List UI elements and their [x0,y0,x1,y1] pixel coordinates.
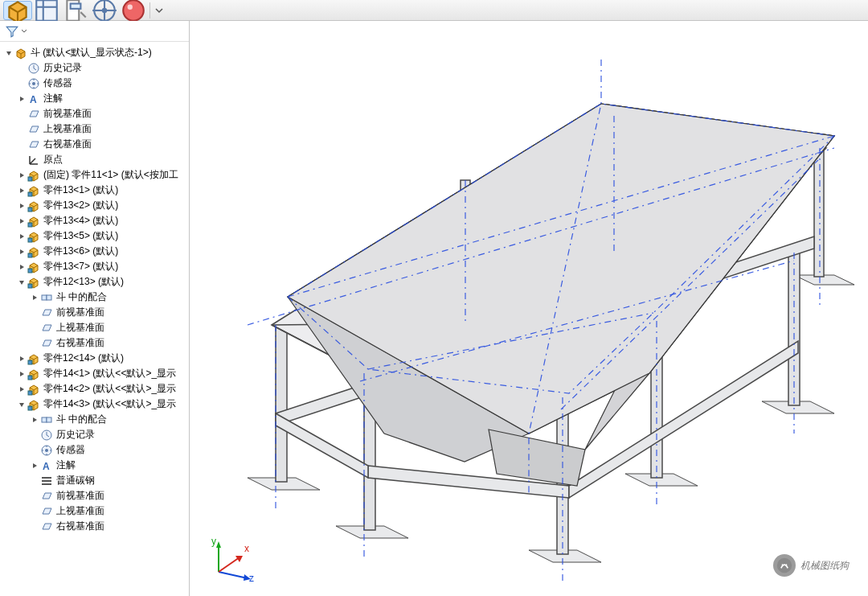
svg-rect-25 [47,295,51,300]
tree-node-label: 注解 [43,92,63,105]
tree-node[interactable]: 历史记录 [2,60,189,76]
expand-icon[interactable] [29,414,40,425]
cad-app-window: 斗 (默认<默认_显示状态-1>)历史记录传感器A注解前视基准面上视基准面右视基… [0,0,868,596]
filter-dropdown-icon[interactable] [21,26,27,37]
feature-tree[interactable]: 斗 (默认<默认_显示状态-1>)历史记录传感器A注解前视基准面上视基准面右视基… [0,42,189,596]
tree-node[interactable]: (固定) 零件11<1> (默认<按加工 [2,167,189,183]
axis-x-label: x [244,543,249,554]
part-icon [27,169,40,182]
tree-node[interactable]: 零件13<7> (默认) [2,259,189,274]
tab-appearance[interactable] [119,1,148,20]
tree-node[interactable]: 上视基准面 [2,121,189,137]
tree-filter-bar [0,21,189,42]
tree-node[interactable]: 斗 中的配合 [2,412,189,427]
expand-icon[interactable] [16,399,27,410]
tree-node-label: 零件12<13> (默认) [43,275,124,289]
tree-node[interactable]: 前视基准面 [2,106,189,121]
tree-node-label: 上视基准面 [56,504,104,518]
svg-rect-4 [71,3,81,8]
expand-icon[interactable] [16,261,27,273]
tree-node-label: 传感器 [56,443,85,457]
part-icon [27,383,40,396]
tree-node-label: 右视基准面 [56,520,104,533]
tree-node-label: 斗 中的配合 [56,413,107,426]
plane-icon [40,337,53,350]
tree-node-label: 历史记录 [56,428,95,442]
part-icon [27,230,40,243]
expand-icon[interactable] [3,47,14,59]
material-icon [40,475,53,487]
tree-node-label: 零件13<1> (默认) [43,183,118,197]
tab-property[interactable] [61,1,90,20]
plane-icon [40,520,53,533]
tree-node-label: 零件14<3> (默认<<默认>_显示 [43,397,176,411]
expand-icon[interactable] [16,384,27,395]
svg-point-10 [123,0,144,20]
tree-node[interactable]: 前视基准面 [2,305,189,320]
tree-node[interactable]: A注解 [2,91,189,106]
part-icon [27,215,40,228]
tree-node-label: 零件13<4> (默认) [43,214,118,228]
tree-node[interactable]: 普通碳钢 [2,473,189,488]
tree-node[interactable]: 零件13<1> (默认) [2,183,189,198]
tree-node[interactable]: 传感器 [2,76,189,91]
tree-node[interactable]: 零件12<14> (默认) [2,351,189,366]
tree-node[interactable]: 零件12<13> (默认) [2,274,189,290]
tree-node[interactable]: 零件14<2> (默认<<默认>_显示 [2,381,189,397]
filter-icon[interactable] [5,24,19,39]
svg-point-9 [102,7,107,12]
tab-layout[interactable] [32,1,61,20]
expand-icon[interactable] [16,231,27,242]
tree-node[interactable]: 传感器 [2,442,189,458]
plane-icon [27,108,40,121]
svg-rect-20 [28,238,32,242]
svg-marker-68 [216,541,221,548]
tree-node[interactable]: 原点 [2,152,189,167]
svg-rect-27 [28,376,32,380]
view-triad[interactable]: y x z [209,533,257,582]
tree-node[interactable]: 右视基准面 [2,519,189,534]
expand-icon[interactable] [16,353,27,364]
tree-node[interactable]: 零件14<3> (默认<<默认>_显示 [2,397,189,412]
tree-node-label: 零件13<6> (默认) [43,245,118,258]
expand-icon[interactable] [29,292,40,303]
svg-point-34 [45,449,48,452]
expand-icon[interactable] [16,170,27,181]
tree-node[interactable]: 零件13<5> (默认) [2,228,189,244]
tree-node[interactable]: 右视基准面 [2,137,189,152]
expand-icon[interactable] [16,200,27,212]
tree-node[interactable]: 右视基准面 [2,335,189,351]
expand-icon[interactable] [16,93,27,105]
expand-icon[interactable] [16,368,27,380]
tab-assembly[interactable] [3,1,32,20]
svg-point-74 [782,564,784,565]
tab-config[interactable] [90,1,119,20]
tree-node[interactable]: 上视基准面 [2,504,189,519]
tree-node[interactable]: 斗 中的配合 [2,290,189,305]
tree-node-label: 右视基准面 [43,138,92,151]
tree-node[interactable]: A注解 [2,458,189,473]
svg-text:A: A [30,94,37,105]
tree-node-label: 零件13<2> (默认) [43,199,118,212]
tree-node[interactable]: 零件13<2> (默认) [2,198,189,213]
svg-rect-23 [28,284,32,288]
watermark-text: 机械图纸狗 [800,559,849,573]
graphics-viewport[interactable]: y x z 机械图纸狗 [190,21,868,596]
expand-icon[interactable] [16,216,27,227]
tree-node[interactable]: 历史记录 [2,427,189,442]
tree-node[interactable]: 上视基准面 [2,320,189,335]
watermark: 机械图纸狗 [773,554,849,577]
tree-node[interactable]: 前视基准面 [2,488,189,504]
tree-root[interactable]: 斗 (默认<默认_显示状态-1>) [2,45,189,60]
expand-icon[interactable] [16,277,27,288]
tree-node[interactable]: 零件14<1> (默认<<默认>_显示 [2,366,189,381]
part-icon [27,352,40,365]
feature-tree-panel: 斗 (默认<默认_显示状态-1>)历史记录传感器A注解前视基准面上视基准面右视基… [0,21,190,596]
tree-node[interactable]: 零件13<4> (默认) [2,213,189,228]
toolbar-overflow[interactable] [152,1,166,20]
tree-node[interactable]: 零件13<6> (默认) [2,244,189,259]
expand-icon[interactable] [16,185,27,196]
svg-text:A: A [43,461,50,472]
expand-icon[interactable] [29,460,40,471]
expand-icon[interactable] [16,246,27,257]
